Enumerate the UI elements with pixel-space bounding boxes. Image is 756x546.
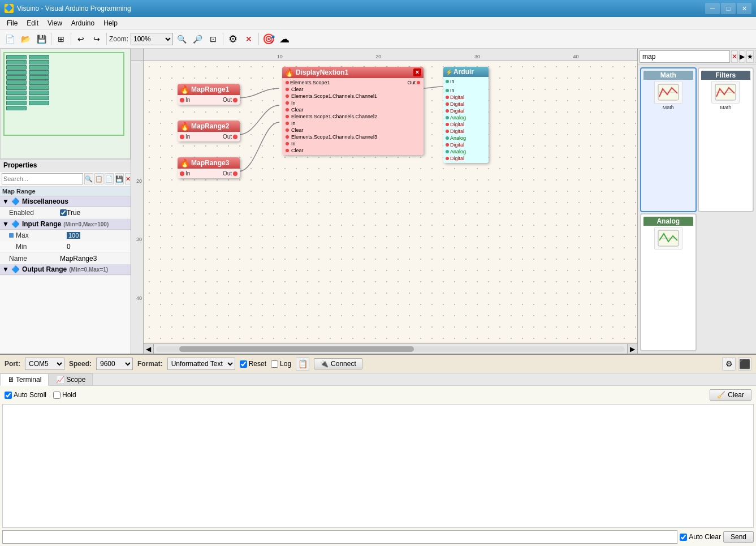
close-button[interactable]: ✕ (737, 3, 751, 14)
reset-props-button[interactable]: ✕ (125, 173, 131, 184)
speed-select[interactable]: 9600 300 1200 2400 4800 19200 38400 5760… (96, 358, 133, 370)
save-button[interactable]: 💾 (34, 32, 49, 46)
log-file-button[interactable]: 📋 (296, 357, 309, 371)
display-node[interactable]: 🔥 DisplayNextion1 ✕ Elements.Scope1 (282, 67, 424, 155)
minimize-button[interactable]: ─ (705, 3, 720, 14)
ch1-clear-port[interactable] (286, 108, 289, 111)
properties-search-input[interactable] (2, 173, 83, 184)
search-go-btn[interactable]: ▶ (739, 50, 745, 63)
maprange3-in-port[interactable] (180, 171, 184, 176)
autoscroll-checkbox[interactable] (5, 392, 12, 399)
math-comp-card[interactable]: Math Math (640, 67, 697, 212)
ch1-in-port[interactable] (286, 101, 289, 105)
arduino-d5-port[interactable] (446, 130, 449, 133)
arduino-d7-port[interactable] (446, 157, 449, 160)
arduino-d1-port[interactable] (446, 96, 449, 99)
maximize-button[interactable]: □ (721, 3, 736, 14)
analog-comp-card[interactable]: Analog (640, 213, 697, 351)
undo-button[interactable]: ↩ (74, 32, 88, 46)
hscroll-right-btn[interactable]: ▶ (627, 344, 637, 354)
terminal-input[interactable] (2, 530, 677, 544)
maprange3-node[interactable]: 🔥 MapRange3 In Out (178, 157, 240, 178)
maprange1-in-port[interactable] (180, 98, 184, 102)
arduino-in2-port[interactable] (446, 89, 449, 92)
canvas-area[interactable]: 10 20 30 40 20 30 40 (131, 49, 637, 354)
filters-comp-card[interactable]: Filters Math (698, 67, 754, 212)
arduino-d4-port[interactable] (446, 123, 449, 126)
ch1-port[interactable] (286, 94, 289, 98)
stop-icon-btn[interactable]: ⬛ (738, 357, 751, 371)
hscroll-thumb[interactable] (179, 346, 414, 352)
output-range-header[interactable]: ▼ 🔷 Output Range (Min=0,Max=1) (0, 264, 131, 275)
maprange3-out-port[interactable] (233, 171, 237, 176)
arduino-d6-port[interactable] (446, 143, 449, 147)
zoom-select[interactable]: 50% 75% 100% 125% 150% 200% (131, 33, 173, 45)
horizontal-scrollbar[interactable]: ◀ ▶ (144, 343, 637, 354)
maprange1-node[interactable]: 🔥 MapRange1 In Out (178, 84, 240, 105)
component-search-input[interactable] (640, 50, 730, 63)
terminal-output[interactable] (2, 404, 754, 528)
hold-checkbox[interactable] (53, 392, 61, 399)
menu-file[interactable]: File (2, 17, 22, 29)
ch2-clear-port[interactable] (286, 128, 289, 132)
scope1-in-port[interactable] (286, 81, 289, 84)
cloud-button[interactable]: ☁ (277, 32, 292, 46)
ch3-in-port[interactable] (286, 142, 289, 145)
copy-props-button[interactable]: 📋 (94, 173, 103, 184)
arduino-d2-port[interactable] (446, 102, 449, 106)
grid-button[interactable]: ⊞ (54, 32, 68, 46)
log-check[interactable]: Log (271, 360, 291, 368)
autoclear-check[interactable]: Auto Clear (680, 533, 721, 541)
menu-edit[interactable]: Edit (22, 17, 43, 29)
menu-help[interactable]: Help (99, 17, 122, 29)
hscroll-left-btn[interactable]: ◀ (144, 344, 154, 354)
arduino-in-port[interactable] (446, 80, 449, 83)
scope1-out-port[interactable] (417, 81, 420, 84)
arduino-a3-port[interactable] (446, 150, 449, 153)
display-close-button[interactable]: ✕ (413, 68, 421, 76)
visuino-icon[interactable]: 🎯 (261, 32, 276, 46)
clear1-port[interactable] (286, 88, 289, 91)
save-props-button[interactable]: 💾 (115, 173, 124, 184)
scope-tab[interactable]: 📈 Scope (49, 373, 93, 385)
arduino-a1-port[interactable] (446, 116, 449, 119)
arduino-a2-port[interactable] (446, 136, 449, 140)
zoom-in-button[interactable]: 🔍 (174, 32, 189, 46)
enabled-checkbox[interactable] (60, 209, 67, 216)
maprange2-node[interactable]: 🔥 MapRange2 In Out (178, 121, 240, 141)
maprange1-out-port[interactable] (233, 98, 237, 102)
search-clear-btn[interactable]: ✕ (731, 50, 738, 63)
autoscroll-check[interactable]: Auto Scroll (5, 391, 46, 399)
upload-button[interactable]: ✕ (241, 32, 256, 46)
paste-props-button[interactable]: 📄 (105, 173, 114, 184)
zoom-out-button[interactable]: 🔎 (190, 32, 205, 46)
ch3-port[interactable] (286, 135, 289, 139)
settings-icon-btn[interactable]: ⚙ (722, 357, 736, 371)
arduino-d3-port[interactable] (446, 109, 449, 113)
clear-button[interactable]: 🧹 Clear (710, 389, 751, 401)
log-checkbox[interactable] (271, 360, 278, 368)
input-range-header[interactable]: ▼ 🔷 Input Range (Min=0,Max=100) (0, 219, 131, 230)
compile-button[interactable]: ⚙ (226, 32, 240, 46)
menu-view[interactable]: View (43, 17, 67, 29)
autoclear-checkbox[interactable] (680, 534, 687, 541)
format-select[interactable]: Unformatted Text Hex Decimal Binary (167, 358, 235, 370)
hscroll-track[interactable] (156, 346, 625, 352)
send-button[interactable]: Send (723, 531, 754, 543)
ch3-clear-port[interactable] (286, 149, 289, 152)
reset-check[interactable]: Reset (240, 360, 266, 368)
ch2-in-port[interactable] (286, 122, 289, 125)
new-button[interactable]: 📄 (2, 32, 17, 46)
canvas-content[interactable]: 🔥 MapRange1 In Out (144, 61, 637, 342)
reset-checkbox[interactable] (240, 360, 247, 368)
zoom-fit-button[interactable]: ⊡ (206, 32, 221, 46)
hold-check[interactable]: Hold (53, 391, 76, 399)
misc-section-header[interactable]: ▼ 🔷 Miscellaneous (0, 196, 131, 207)
open-button[interactable]: 📂 (18, 32, 33, 46)
terminal-tab[interactable]: 🖥 Terminal (0, 373, 49, 386)
maprange2-out-port[interactable] (233, 135, 237, 139)
search-icon-btn[interactable]: 🔍 (84, 173, 93, 184)
redo-button[interactable]: ↪ (89, 32, 104, 46)
search-fav-btn[interactable]: ★ (746, 50, 754, 63)
maprange2-in-port[interactable] (180, 135, 184, 139)
